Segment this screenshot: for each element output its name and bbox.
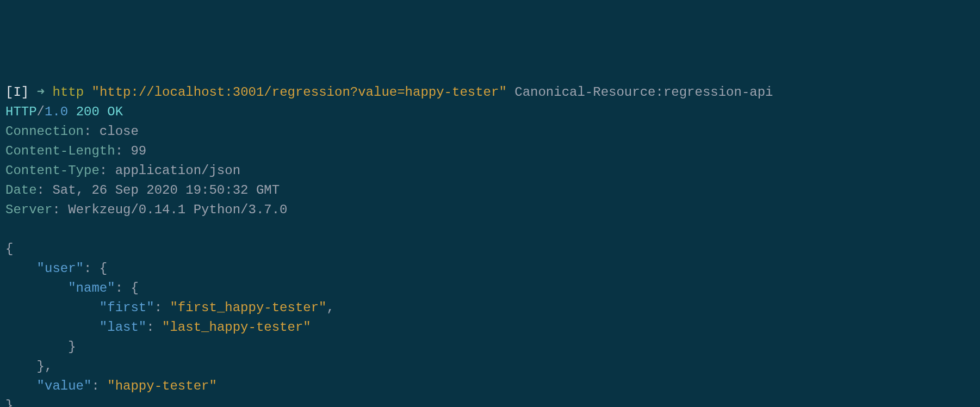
- header-key: Connection: [5, 124, 84, 139]
- header-content-type: Content-Type: application/json: [5, 163, 240, 178]
- header-sep: :: [84, 124, 100, 139]
- header-key: Server: [5, 202, 52, 217]
- header-date: Date: Sat, 26 Sep 2020 19:50:32 GMT: [5, 183, 280, 198]
- header-sep: :: [52, 202, 68, 217]
- header-connection: Connection: close: [5, 124, 139, 139]
- json-key-user: "user": [37, 261, 84, 276]
- prompt-arrow-icon: ➜: [37, 85, 45, 100]
- prompt-mode-bracket: [I]: [5, 85, 29, 100]
- json-value-first: "first_happy-tester": [170, 300, 326, 315]
- header-sep: :: [37, 183, 53, 198]
- json-comma: ,: [327, 300, 334, 315]
- json-key-name: "name": [68, 281, 115, 295]
- http-version: 1.0: [45, 104, 68, 119]
- json-colon: :: [146, 320, 162, 335]
- header-value: Werkzeug/0.14.1 Python/3.7.0: [68, 202, 287, 217]
- json-brace-close: }: [68, 340, 76, 354]
- http-slash: /: [37, 104, 45, 119]
- http-status-line: HTTP/1.0 200 OK: [5, 104, 123, 119]
- json-colon-brace: : {: [84, 261, 107, 276]
- json-colon: :: [91, 379, 107, 393]
- json-key-value: "value": [37, 379, 92, 393]
- header-sep: :: [115, 144, 131, 158]
- command-url-arg: "http://localhost:3001/regression?value=…: [92, 85, 507, 100]
- json-value-last: "last_happy-tester": [162, 320, 311, 335]
- header-server: Server: Werkzeug/0.14.1 Python/3.7.0: [5, 202, 288, 217]
- json-colon-brace: : {: [115, 281, 139, 295]
- http-protocol: HTTP: [5, 104, 37, 119]
- json-brace-close-comma: },: [37, 359, 53, 374]
- command-header-arg: Canonical-Resource:regression-api: [514, 85, 773, 100]
- json-key-last: "last": [100, 320, 146, 335]
- header-content-length: Content-Length: 99: [5, 144, 146, 158]
- terminal-output: [I] ➜ http "http://localhost:3001/regres…: [5, 83, 975, 407]
- header-key: Content-Type: [5, 163, 100, 178]
- json-brace-close: }: [5, 398, 13, 407]
- json-body: { "user": { "name": { "first": "first_ha…: [5, 242, 334, 407]
- header-value: Sat, 26 Sep 2020 19:50:32 GMT: [52, 183, 280, 198]
- command-name: http: [52, 85, 84, 100]
- http-status-text: 200 OK: [76, 104, 123, 119]
- json-value-value: "happy-tester": [107, 379, 217, 393]
- header-value: close: [100, 124, 139, 139]
- json-colon: :: [154, 300, 170, 315]
- json-key-first: "first": [100, 300, 154, 315]
- json-brace-open: {: [5, 242, 13, 256]
- header-value: 99: [131, 144, 146, 158]
- header-key: Content-Length: [5, 144, 115, 158]
- header-sep: :: [100, 163, 115, 178]
- header-key: Date: [5, 183, 37, 198]
- prompt-line: [I] ➜ http "http://localhost:3001/regres…: [5, 85, 773, 100]
- header-value: application/json: [115, 163, 240, 178]
